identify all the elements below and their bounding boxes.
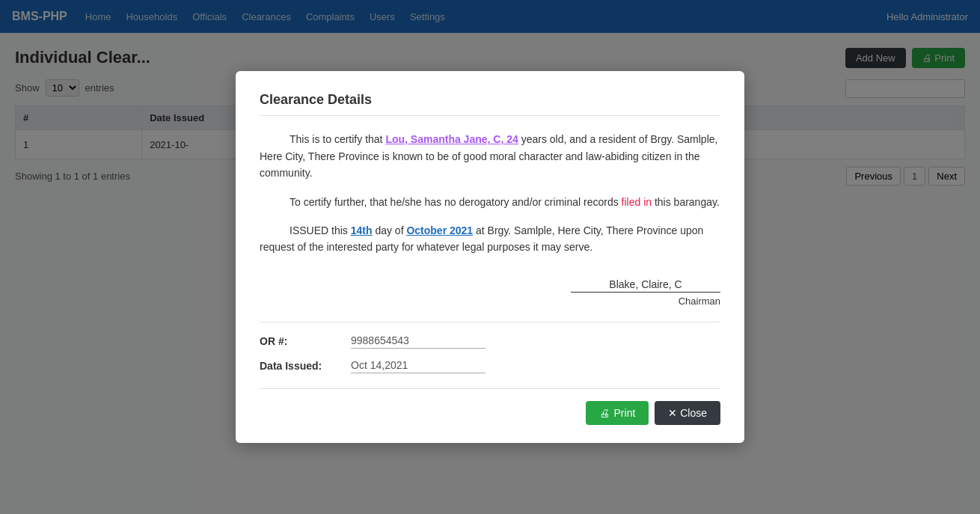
printer-icon-modal: 🖨 xyxy=(599,407,610,419)
issued-day: 14th xyxy=(351,224,373,236)
para2-text: To certify further, that he/she has no d… xyxy=(290,196,720,208)
or-value: 9988654543 xyxy=(351,334,486,349)
modal-footer: 🖨 Print ✕ Close xyxy=(260,388,720,425)
print-modal-button[interactable]: 🖨 Print xyxy=(586,401,649,425)
para3-pre: ISSUED this xyxy=(290,224,348,236)
cert-paragraph-1: This is to certify that Lou, Samantha Ja… xyxy=(260,131,720,181)
data-issued-row: Data Issued: Oct 14,2021 xyxy=(260,359,720,373)
cert-paragraph-2: To certify further, that he/she has no d… xyxy=(260,194,720,210)
data-issued-label: Data Issued: xyxy=(260,360,342,372)
or-label: OR #: xyxy=(260,335,342,347)
chairman-name: Blake, Claire, C xyxy=(571,278,720,293)
issued-month-year: October 2021 xyxy=(406,224,473,236)
cert-paragraph-3: ISSUED this 14th day of October 2021 at … xyxy=(260,222,720,256)
details-divider xyxy=(260,322,720,322)
modal-title: Clearance Details xyxy=(260,92,720,116)
data-issued-value: Oct 14,2021 xyxy=(351,359,486,373)
or-row: OR #: 9988654543 xyxy=(260,334,720,349)
para1-pre-text: This is to certify that xyxy=(290,133,382,145)
clearance-details-modal: Clearance Details This is to certify tha… xyxy=(236,71,744,442)
signature-area: Blake, Claire, C Chairman xyxy=(260,278,720,307)
para3-mid1: day of xyxy=(375,224,403,236)
chairman-title: Chairman xyxy=(260,296,720,307)
resident-name: Lou, Samantha Jane, C, 24 xyxy=(385,133,518,145)
close-modal-button[interactable]: ✕ Close xyxy=(655,401,720,425)
modal-overlay: Clearance Details This is to certify tha… xyxy=(0,0,980,514)
